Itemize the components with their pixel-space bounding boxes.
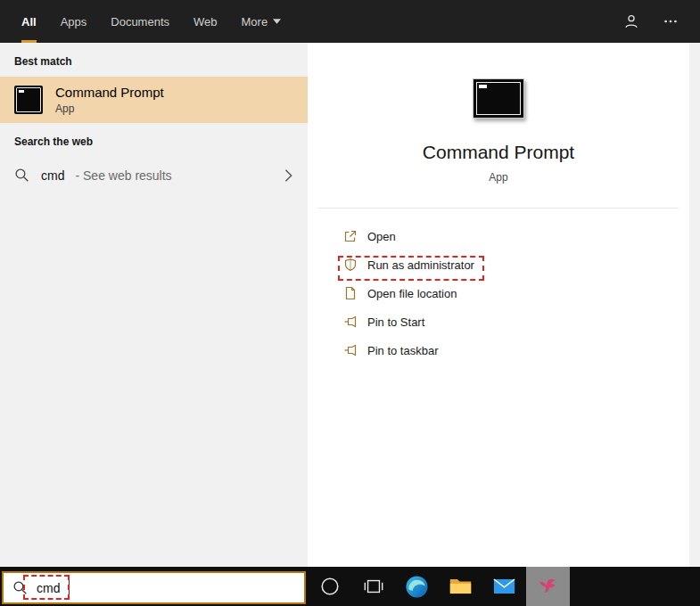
file-location-icon [343, 286, 358, 300]
command-prompt-icon [473, 78, 524, 119]
best-match-text: Command Prompt App [55, 85, 164, 115]
search-filter-bar: All Apps Documents Web More [0, 0, 700, 43]
shield-icon [343, 258, 358, 272]
mail-icon [493, 577, 515, 595]
action-open-file-location[interactable]: Open file location [308, 279, 689, 307]
taskbar-cortana-button[interactable] [308, 567, 351, 606]
web-search-result[interactable]: cmd - See web results [0, 159, 308, 192]
taskbar-icons [308, 567, 570, 606]
cortana-icon [319, 576, 341, 597]
windows-search-panel: All Apps Documents Web More [0, 0, 700, 606]
web-query-text: cmd [41, 168, 64, 183]
tab-documents[interactable]: Documents [111, 0, 169, 43]
action-list: Open Run as administrator [308, 222, 689, 364]
tab-all-label: All [21, 15, 37, 29]
app-title: Command Prompt [308, 142, 689, 163]
best-match-subtitle: App [55, 102, 164, 115]
tab-more[interactable]: More [242, 0, 282, 43]
filter-tabs: All Apps Documents Web More [0, 0, 281, 43]
web-suffix-text: - See web results [75, 168, 171, 183]
app-subtitle: App [308, 171, 689, 184]
search-input[interactable]: cmd [2, 571, 306, 604]
search-icon [12, 580, 28, 595]
taskbar-app-button[interactable] [526, 567, 570, 606]
tab-documents-label: Documents [111, 15, 169, 29]
tab-apps[interactable]: Apps [61, 0, 87, 43]
action-label: Pin to Start [367, 315, 424, 329]
best-match-result[interactable]: Command Prompt App [0, 77, 308, 123]
action-label: Pin to taskbar [367, 344, 439, 357]
action-label: Open file location [367, 287, 457, 300]
tab-web-label: Web [194, 15, 218, 29]
action-pin-to-taskbar[interactable]: Pin to taskbar [308, 336, 689, 364]
file-explorer-icon [449, 577, 473, 596]
pin-icon [343, 343, 358, 357]
preview-panel: Command Prompt App Open [308, 43, 689, 567]
tab-web[interactable]: Web [194, 0, 218, 43]
chevron-down-icon [273, 19, 281, 24]
best-match-header: Best match [0, 43, 308, 77]
search-input-value: cmd [37, 581, 60, 595]
action-label: Open [367, 230, 396, 243]
open-icon [343, 229, 358, 243]
taskbar-mail-button[interactable] [482, 567, 526, 606]
pin-icon [343, 315, 358, 329]
search-web-header: Search the web [0, 123, 308, 157]
action-pin-to-start[interactable]: Pin to Start [308, 307, 689, 336]
text-cursor [69, 580, 70, 596]
scrollbar-track[interactable] [689, 43, 700, 567]
taskbar-edge-button[interactable] [395, 567, 439, 606]
command-prompt-icon [14, 86, 43, 114]
taskbar-explorer-button[interactable] [439, 567, 482, 606]
chevron-right-icon[interactable] [284, 168, 293, 184]
taskbar-taskview-button[interactable] [351, 567, 395, 606]
action-label: Run as administrator [367, 258, 474, 272]
edge-icon [405, 575, 429, 599]
task-view-icon [363, 576, 384, 597]
action-open[interactable]: Open [308, 222, 689, 250]
best-match-title: Command Prompt [55, 85, 164, 100]
tab-more-label: More [242, 15, 268, 29]
results-panel: Best match Command Prompt App Search the… [0, 43, 308, 567]
more-options-icon[interactable] [663, 13, 679, 29]
divider [318, 208, 679, 209]
action-run-as-administrator[interactable]: Run as administrator [308, 250, 689, 279]
user-icon[interactable] [623, 13, 639, 29]
tab-apps-label: Apps [61, 15, 87, 29]
search-icon [14, 168, 30, 184]
tab-all[interactable]: All [21, 0, 37, 43]
hummingbird-app-icon [537, 576, 559, 598]
header-actions [623, 0, 700, 43]
app-icon-area [308, 78, 689, 119]
